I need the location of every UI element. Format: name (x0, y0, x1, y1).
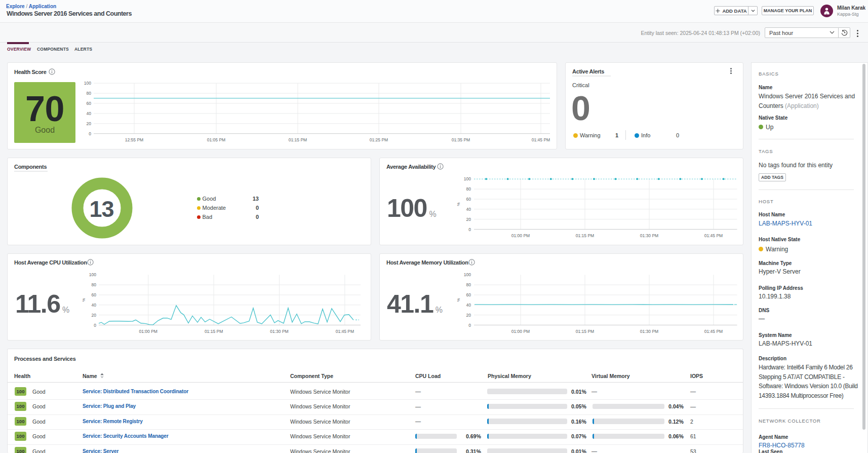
svg-text:20: 20 (92, 313, 97, 318)
svg-text:01:45 PM: 01:45 PM (704, 233, 723, 238)
svg-text:60: 60 (466, 197, 471, 202)
svg-text:01:15 PM: 01:15 PM (205, 329, 223, 334)
svg-text:01:25 PM: 01:25 PM (370, 137, 388, 142)
svg-text:13: 13 (89, 196, 113, 222)
svg-text:01:45 PM: 01:45 PM (704, 329, 723, 334)
svg-text:60: 60 (466, 292, 471, 297)
svg-text:40: 40 (87, 111, 92, 116)
svg-text:0: 0 (468, 323, 471, 328)
svg-text:%: % (82, 298, 86, 301)
svg-text:01:35 PM: 01:35 PM (452, 137, 470, 142)
svg-text:01:45 PM: 01:45 PM (532, 137, 550, 142)
svg-text:80: 80 (92, 282, 97, 287)
svg-text:01:15 PM: 01:15 PM (576, 329, 594, 334)
svg-text:100: 100 (89, 272, 96, 277)
svg-text:01:05 PM: 01:05 PM (207, 137, 225, 142)
svg-text:40: 40 (92, 303, 97, 308)
svg-text:100: 100 (84, 81, 91, 86)
svg-text:80: 80 (466, 282, 471, 287)
svg-text:01:30 PM: 01:30 PM (640, 233, 658, 238)
svg-text:20: 20 (466, 217, 471, 222)
svg-text:100: 100 (464, 272, 471, 277)
svg-text:40: 40 (466, 303, 471, 308)
svg-text:100: 100 (464, 176, 471, 181)
svg-text:01:15 PM: 01:15 PM (289, 137, 307, 142)
svg-text:01:45 PM: 01:45 PM (336, 329, 354, 334)
svg-text:01:00 PM: 01:00 PM (139, 329, 157, 334)
svg-text:0: 0 (94, 323, 96, 328)
svg-text:80: 80 (87, 91, 92, 96)
svg-text:12:55 PM: 12:55 PM (125, 137, 143, 142)
svg-text:0: 0 (468, 227, 471, 232)
svg-text:01:00 PM: 01:00 PM (511, 329, 530, 334)
svg-text:%: % (456, 298, 461, 301)
svg-text:01:30 PM: 01:30 PM (270, 329, 288, 334)
svg-text:01:15 PM: 01:15 PM (576, 233, 594, 238)
svg-text:20: 20 (87, 121, 92, 126)
svg-text:60: 60 (92, 292, 97, 297)
svg-text:60: 60 (87, 101, 92, 106)
svg-text:40: 40 (466, 207, 471, 212)
svg-text:01:30 PM: 01:30 PM (640, 329, 658, 334)
svg-text:%: % (456, 202, 461, 206)
svg-text:20: 20 (466, 313, 471, 318)
svg-text:80: 80 (466, 186, 471, 192)
svg-text:01:00 PM: 01:00 PM (511, 233, 530, 238)
svg-text:0: 0 (89, 131, 91, 136)
